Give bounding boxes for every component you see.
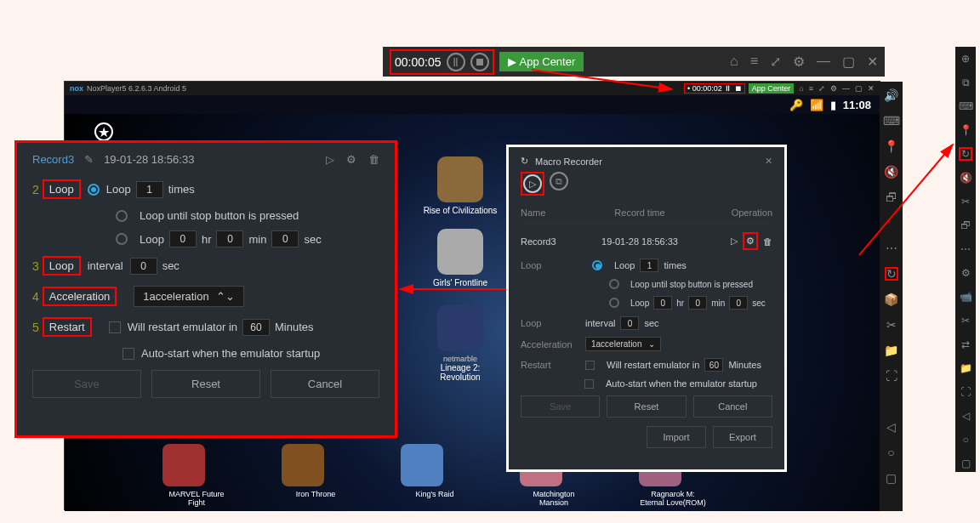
rsb-10[interactable]: 📹	[959, 290, 972, 304]
acceleration-dropdown[interactable]: 1acceleration⌃⌄	[134, 286, 243, 307]
game-tile-gf[interactable]: Girls' Frontline	[422, 229, 499, 287]
minimize-icon[interactable]: —	[817, 54, 830, 70]
play-icon[interactable]: ▷	[326, 153, 334, 166]
save-button[interactable]: Save	[32, 370, 141, 398]
sb-home-icon[interactable]: ○	[885, 446, 898, 459]
game-tile-it[interactable]: Iron Throne	[282, 444, 350, 507]
expand-icon[interactable]: ⤢	[770, 54, 781, 70]
m-duration-radio[interactable]	[609, 298, 619, 308]
rsb-5[interactable]: 🔇	[959, 171, 972, 185]
cancel-button[interactable]: Cancel	[271, 370, 379, 398]
rsb-4[interactable]: 📍	[959, 123, 972, 137]
rsb-6[interactable]: ✂	[959, 195, 972, 208]
game-tile-mff[interactable]: MARVEL Future Fight	[162, 444, 231, 507]
m-min-input[interactable]	[688, 296, 707, 310]
loop-sec-input[interactable]	[271, 230, 299, 247]
macro-merge-icon[interactable]: ⧉	[550, 172, 568, 190]
rsb-2[interactable]: ⧉	[959, 76, 972, 89]
reset-button[interactable]: Reset	[151, 370, 260, 398]
loop-times-radio[interactable]	[88, 184, 100, 196]
shirt-icon[interactable]: ⌂	[730, 54, 738, 70]
rsb-9[interactable]: ⚙	[959, 266, 972, 280]
rsb-home[interactable]: ○	[959, 433, 972, 446]
emulator-titlebar: nox NoxPlayer5 6.2.6.3 Android 5 • 00:00…	[65, 82, 880, 95]
macro-play-icon[interactable]: ▷	[523, 174, 542, 193]
interval-input[interactable]	[130, 258, 157, 275]
m-save-button[interactable]: Save	[521, 395, 600, 418]
rsb-7[interactable]: 🗗	[959, 219, 972, 232]
gear-icon[interactable]: ⚙	[793, 54, 805, 70]
sb-keyboard-icon[interactable]: ⌨	[885, 114, 898, 128]
record-row: Record3 19-01-28 18:56:33 ▷ ⚙ 🗑	[521, 224, 772, 259]
rsb-13[interactable]: 📁	[959, 361, 972, 375]
rsb-back[interactable]: ◁	[959, 409, 972, 423]
restart-checkbox[interactable]	[109, 321, 121, 333]
rsb-macro-icon[interactable]: ↻	[959, 147, 972, 161]
m-accel-dropdown[interactable]: 1acceleration ⌄	[585, 337, 661, 351]
wifi-icon: 📶	[810, 99, 823, 111]
m-sec-input[interactable]	[729, 296, 748, 310]
maximize-icon[interactable]: ▢	[842, 54, 855, 70]
loop-min-input[interactable]	[216, 230, 243, 247]
rsb-14[interactable]: ⛶	[959, 385, 972, 399]
sb-dots-icon[interactable]: ⋯	[885, 242, 898, 255]
sb-recent-icon[interactable]: ▢	[885, 471, 898, 485]
row-trash-icon[interactable]: 🗑	[763, 236, 772, 247]
home-star-icon[interactable]: ★	[94, 122, 113, 141]
game-tile-roc[interactable]: Rise of Civilizations	[422, 156, 499, 215]
sb-full-icon[interactable]: ⛶	[885, 369, 898, 383]
m-reset-button[interactable]: Reset	[607, 395, 686, 418]
sb-sound-icon[interactable]: 🔊	[885, 88, 898, 102]
row-play-icon[interactable]: ▷	[731, 236, 738, 247]
import-button[interactable]: Import	[647, 426, 706, 448]
m-interval-input[interactable]	[620, 316, 639, 330]
edit-icon[interactable]: ✎	[84, 153, 94, 166]
m-hr-input[interactable]	[653, 296, 672, 310]
battery-icon: ▮	[830, 99, 836, 111]
m-autostart-checkbox[interactable]	[584, 379, 594, 389]
rsb-8[interactable]: ⋯	[959, 242, 972, 256]
sb-overlay-icon[interactable]: 🗗	[885, 190, 898, 204]
m-restart-input[interactable]	[704, 358, 723, 372]
sb-scissors-icon[interactable]: ✂	[885, 318, 898, 332]
sb-folder-icon[interactable]: 📁	[885, 344, 898, 357]
loop-hr-input[interactable]	[169, 230, 197, 247]
stop-icon[interactable]	[470, 53, 489, 71]
game-tile-kr[interactable]: King's Raid	[401, 444, 469, 507]
m-cancel-button[interactable]: Cancel	[693, 395, 772, 418]
recording-timer-box: 00:00:05	[390, 49, 494, 75]
game-tile-l2[interactable]: netmarbleLineage 2: Revolution	[422, 305, 499, 382]
close-icon[interactable]: ✕	[867, 54, 878, 70]
rsb-12[interactable]: ⇄	[959, 338, 972, 351]
sb-mute-icon[interactable]: 🔇	[885, 165, 898, 179]
rsb-11[interactable]: ✂	[959, 314, 972, 327]
annotation-4: 4	[32, 290, 39, 304]
mini-app-center[interactable]: App Center	[749, 83, 795, 94]
export-button[interactable]: Export	[713, 426, 772, 448]
app-center-button[interactable]: ▶ App Center	[499, 52, 584, 71]
autostart-checkbox[interactable]	[122, 348, 134, 360]
timer-text: 00:00:05	[395, 55, 442, 69]
sb-back-icon[interactable]: ◁	[885, 420, 898, 434]
loop-until-radio[interactable]	[116, 210, 128, 222]
trash-icon[interactable]: 🗑	[368, 153, 379, 166]
m-restart-checkbox[interactable]	[585, 361, 595, 370]
rsb-1[interactable]: ⊕	[959, 52, 972, 65]
sb-macro-icon[interactable]: ↻	[885, 267, 898, 281]
m-loop-times-input[interactable]	[640, 259, 658, 272]
macro-close-icon[interactable]: ✕	[765, 156, 772, 167]
m-until-radio[interactable]	[609, 279, 619, 289]
menu-icon[interactable]: ≡	[750, 54, 758, 70]
sb-loc-icon[interactable]: 📍	[885, 139, 898, 153]
pause-icon[interactable]	[447, 53, 465, 71]
row-gear-icon[interactable]: ⚙	[746, 236, 755, 246]
sb-apk-icon[interactable]: 📦	[885, 293, 898, 306]
m-loop-times-radio[interactable]	[592, 260, 602, 270]
rsb-recent[interactable]: ▢	[959, 457, 972, 470]
restart-minutes-input[interactable]	[242, 319, 270, 336]
gear-icon[interactable]: ⚙	[346, 153, 356, 166]
loop-times-input[interactable]	[136, 181, 163, 198]
rsb-3[interactable]: ⌨	[959, 99, 972, 113]
small-timer: • 00:00:02 ⏸ ⏹	[684, 83, 745, 94]
loop-duration-radio[interactable]	[116, 233, 128, 245]
